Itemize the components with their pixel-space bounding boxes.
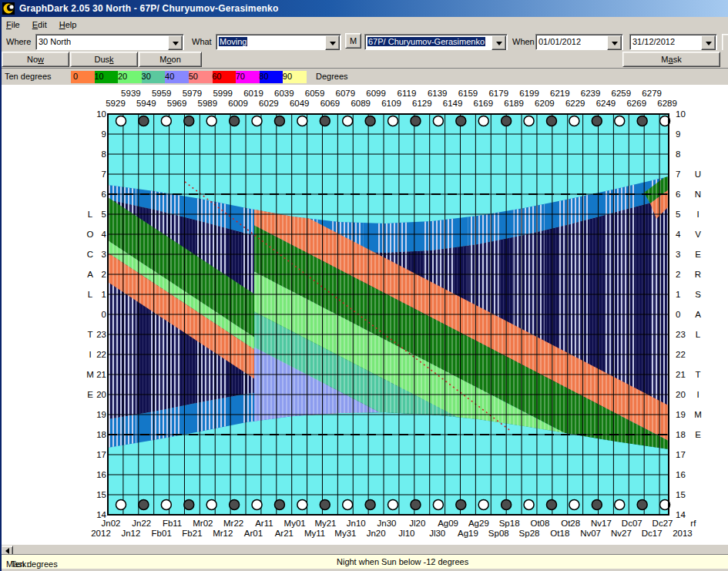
full-moon-icon xyxy=(206,116,216,126)
graphdark-window: GraphDark 2.05 30 North - 67P/ Churyumov… xyxy=(0,0,728,571)
julian-tick-upper: 6279 xyxy=(642,89,662,98)
julian-tick-lower: 6189 xyxy=(504,99,524,108)
date-tick-lower: Ag19 xyxy=(458,529,478,538)
julian-tick-upper: 6019 xyxy=(243,89,263,98)
universal-time-axis-letter: E xyxy=(695,250,701,259)
mask-button[interactable]: Mask xyxy=(622,52,720,67)
window-left-edge xyxy=(0,17,2,571)
scale-tick-90: 90 xyxy=(283,72,292,81)
full-moon-icon xyxy=(297,500,307,510)
date-tick-upper: rf xyxy=(690,519,696,528)
local-hour-tick: 15 xyxy=(96,490,106,499)
local-time-axis-letter: I xyxy=(89,350,91,359)
julian-tick-upper: 6099 xyxy=(366,89,386,98)
date-tick-lower: Sp28 xyxy=(519,529,540,538)
chart-panel: 5939595959795999601960396059607960996119… xyxy=(0,85,728,544)
moon-button[interactable]: Moon xyxy=(139,52,202,67)
universal-time-axis-letter: R xyxy=(695,270,701,279)
date-from-combobox[interactable]: 01/01/2012 xyxy=(535,34,623,50)
universal-time-axis-letter: U xyxy=(695,170,701,179)
where-dropdown-icon[interactable] xyxy=(168,35,183,50)
title-bar[interactable]: GraphDark 2.05 30 North - 67P/ Churyumov… xyxy=(0,0,728,17)
scale-mask-label: Ten degrees xyxy=(5,72,52,81)
full-moon-icon xyxy=(433,116,443,126)
object-combobox[interactable]: 67P/ Churyumov-Gerasimenko xyxy=(364,34,508,50)
universal-hour-tick: 18 xyxy=(676,430,686,439)
full-moon-icon xyxy=(206,500,216,510)
menu-help[interactable]: Help xyxy=(53,18,83,31)
new-moon-icon xyxy=(365,116,375,126)
date-tick-upper: My21 xyxy=(314,519,336,528)
date-tick-upper: Mr02 xyxy=(193,519,213,528)
universal-hour-tick: 17 xyxy=(676,450,686,459)
status-bar: Mask: Ten degrees Night when Sun below -… xyxy=(0,554,728,569)
new-moon-icon xyxy=(184,500,194,510)
new-moon-icon xyxy=(456,500,466,510)
universal-hour-tick: 7 xyxy=(676,170,680,179)
local-hour-tick: 10 xyxy=(96,109,106,119)
date-tick-lower: Ot18 xyxy=(550,529,569,538)
new-moon-icon xyxy=(274,116,284,126)
scale-tick-70: 70 xyxy=(236,72,245,81)
scale-tick-60: 60 xyxy=(212,72,221,81)
m-button[interactable]: M xyxy=(345,33,361,49)
date-tick-upper: Mr22 xyxy=(223,519,243,528)
local-hour-tick: 23 xyxy=(96,330,106,339)
menu-file[interactable]: File xyxy=(0,18,26,31)
julian-tick-upper: 6139 xyxy=(428,89,448,98)
full-moon-icon xyxy=(478,116,488,126)
new-moon-icon xyxy=(502,500,512,510)
date-tick-upper: My01 xyxy=(284,519,306,528)
universal-hour-tick: 5 xyxy=(676,210,680,219)
local-time-axis-letter: E xyxy=(87,390,93,399)
what-combobox[interactable]: Moving xyxy=(216,34,341,50)
date-to-dropdown-icon[interactable] xyxy=(701,35,716,50)
julian-tick-lower: 6029 xyxy=(259,99,279,108)
date-to-combobox[interactable]: 31/12/2012 xyxy=(629,34,717,50)
scale-tick-10: 10 xyxy=(94,72,103,81)
new-moon-icon xyxy=(637,500,647,510)
universal-hour-tick: 3 xyxy=(676,250,680,259)
menu-bar: File Edit Help xyxy=(0,17,728,32)
dusk-button[interactable]: Dusk xyxy=(70,52,138,67)
scale-tick-40: 40 xyxy=(165,72,174,81)
universal-hour-tick: 2 xyxy=(676,270,680,279)
julian-tick-upper: 5959 xyxy=(152,89,172,98)
local-hour-tick: 20 xyxy=(96,390,106,399)
julian-tick-upper: 6239 xyxy=(581,89,601,98)
where-combobox[interactable]: 30 North xyxy=(35,34,184,50)
menu-edit[interactable]: Edit xyxy=(26,18,53,31)
local-time-axis-letter: L xyxy=(88,290,93,299)
universal-hour-tick: 22 xyxy=(676,350,686,359)
status-night-definition: Night when Sun below -12 degrees xyxy=(337,557,468,566)
where-label: Where xyxy=(6,37,31,46)
new-moon-icon xyxy=(546,116,556,126)
scale-tick-50: 50 xyxy=(189,72,198,81)
grid xyxy=(108,114,669,515)
full-moon-icon xyxy=(297,116,307,126)
date-tick-upper: Ag09 xyxy=(438,519,458,528)
local-hour-tick: 1 xyxy=(102,290,106,299)
date-from-dropdown-icon[interactable] xyxy=(607,35,622,50)
new-moon-icon xyxy=(592,116,602,126)
local-time-axis-letter: C xyxy=(87,250,93,259)
date-tick-lower: Nv27 xyxy=(611,529,632,538)
julian-tick-lower: 6289 xyxy=(657,99,677,108)
new-moon-icon xyxy=(139,116,149,126)
horizontal-scrollbar[interactable] xyxy=(0,544,728,555)
julian-tick-lower: 6049 xyxy=(290,99,310,108)
now-button[interactable]: Now xyxy=(2,52,69,67)
universal-hour-tick: 14 xyxy=(676,510,686,519)
date-tick-upper: Jn02 xyxy=(102,519,121,528)
what-dropdown-icon[interactable] xyxy=(325,35,340,50)
object-dropdown-icon[interactable] xyxy=(491,35,506,50)
julian-tick-upper: 6219 xyxy=(550,89,570,98)
full-moon-icon xyxy=(388,116,398,126)
local-hour-tick: 21 xyxy=(96,370,106,379)
julian-tick-upper: 6119 xyxy=(398,89,417,98)
julian-tick-lower: 6089 xyxy=(351,99,371,108)
julian-tick-lower: 6249 xyxy=(596,99,616,108)
full-moon-icon xyxy=(161,500,171,510)
new-moon-icon xyxy=(365,500,375,510)
local-hour-tick: 18 xyxy=(96,430,106,439)
